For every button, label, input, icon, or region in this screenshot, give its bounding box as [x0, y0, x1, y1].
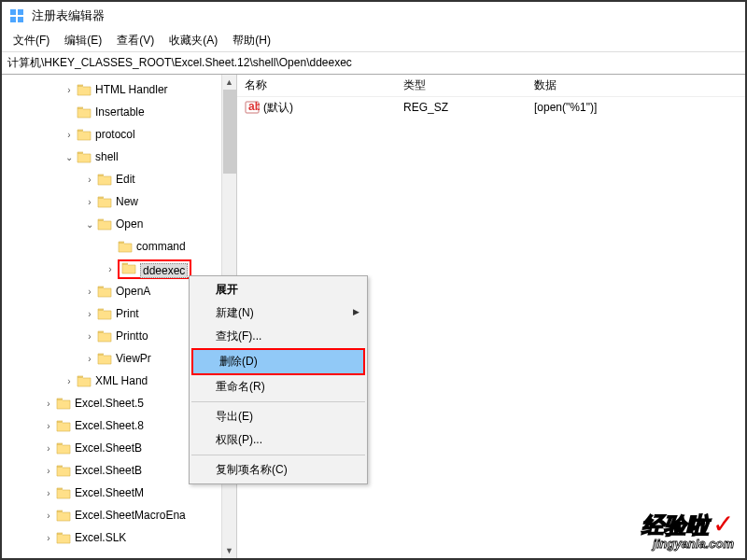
tree-item[interactable]: ›Excel.SheetM [2, 482, 236, 504]
address-text: 计算机\HKEY_CLASSES_ROOT\Excel.Sheet.12\she… [7, 55, 352, 71]
ctx-export[interactable]: 导出(E) [190, 405, 367, 428]
menu-file[interactable]: 文件(F) [6, 31, 57, 50]
ctx-find[interactable]: 查找(F)... [190, 325, 367, 348]
address-bar[interactable]: 计算机\HKEY_CLASSES_ROOT\Excel.Sheet.12\she… [2, 52, 745, 75]
tree-item-label: Excel.SheetB [75, 464, 142, 477]
tree-item-label: Excel.Sheet.5 [75, 397, 144, 410]
ctx-delete[interactable]: 删除(D) [193, 350, 363, 373]
tree-item[interactable]: ›Excel.SheetMacroEna [2, 504, 236, 526]
folder-icon [77, 83, 92, 96]
expand-icon[interactable]: › [41, 421, 56, 431]
col-header-data[interactable]: 数据 [527, 76, 564, 95]
svg-rect-1 [18, 9, 23, 15]
menu-bar: 文件(F) 编辑(E) 查看(V) 收藏夹(A) 帮助(H) [2, 30, 745, 52]
tree-item-label: HTML Handler [95, 83, 168, 96]
svg-text:ab: ab [248, 100, 260, 113]
folder-icon [77, 150, 92, 163]
tree-item-label: Excel.SheetB [75, 441, 142, 455]
ctx-new[interactable]: 新建(N) [190, 301, 367, 325]
expand-icon[interactable]: › [82, 354, 97, 364]
ctx-separator [191, 455, 365, 455]
tree-item-label: Insertable [95, 105, 145, 119]
tree-item[interactable]: ›protocol [2, 123, 236, 146]
svg-rect-2 [10, 17, 16, 22]
menu-favorites[interactable]: 收藏夹(A) [162, 31, 225, 50]
tree-item-label: protocol [95, 128, 135, 141]
folder-icon [97, 217, 112, 231]
col-header-name[interactable]: 名称 [237, 76, 396, 95]
collapse-icon[interactable]: ⌄ [62, 152, 77, 162]
col-header-type[interactable]: 类型 [396, 76, 527, 95]
tree-item-label: Open [116, 217, 143, 231]
expand-icon[interactable]: › [82, 175, 97, 185]
tree-item-label: New [116, 195, 138, 208]
expand-icon[interactable]: › [41, 399, 56, 409]
scroll-down-icon[interactable]: ▼ [222, 543, 236, 558]
expand-icon[interactable]: › [41, 511, 56, 521]
expand-icon[interactable]: › [82, 287, 97, 297]
folder-icon [121, 261, 136, 274]
watermark-text: 经验啦 [641, 512, 709, 538]
folder-icon [97, 352, 112, 365]
context-menu: 展开 新建(N) 查找(F)... 删除(D) 重命名(R) 导出(E) 权限(… [189, 275, 368, 484]
expand-icon[interactable]: › [62, 130, 77, 140]
svg-rect-3 [18, 17, 23, 22]
folder-icon [56, 509, 71, 522]
tree-item[interactable]: ›Excel.SLK [2, 526, 236, 549]
tree-item-label: Excel.Sheet.8 [75, 419, 144, 432]
window-title: 注册表编辑器 [32, 7, 105, 24]
watermark-url: jingyanla.com [641, 537, 734, 551]
expand-icon[interactable]: › [103, 264, 118, 274]
ctx-rename[interactable]: 重命名(R) [190, 375, 367, 399]
folder-icon [56, 486, 71, 499]
expand-icon[interactable]: › [41, 466, 56, 476]
expand-icon[interactable]: › [82, 309, 97, 319]
tree-item-label: OpenA [116, 285, 150, 298]
scroll-thumb[interactable] [223, 90, 236, 174]
folder-icon [77, 374, 92, 387]
folder-icon [56, 441, 71, 455]
folder-icon [118, 240, 133, 253]
folder-icon [77, 105, 92, 119]
scroll-up-icon[interactable]: ▲ [222, 75, 236, 90]
value-type: REG_SZ [396, 101, 527, 114]
tree-item[interactable]: ›HTML Handler [2, 78, 236, 101]
expand-icon[interactable]: › [41, 443, 56, 454]
tree-item-label: shell [95, 150, 119, 163]
expand-icon[interactable]: › [62, 376, 77, 386]
ctx-copy-key-name[interactable]: 复制项名称(C) [190, 458, 367, 482]
folder-icon [56, 397, 71, 410]
expand-icon[interactable]: › [41, 533, 56, 543]
ctx-permissions[interactable]: 权限(P)... [190, 428, 367, 452]
ctx-delete-highlight-box: 删除(D) [191, 348, 365, 375]
tree-item[interactable]: ›Edit [2, 168, 236, 190]
content-area: ›HTML HandlerInsertable›protocol⌄shell›E… [2, 75, 745, 558]
tree-item-label: Excel.SheetM [75, 486, 144, 499]
expand-icon[interactable]: › [82, 197, 97, 207]
expand-icon[interactable]: › [82, 331, 97, 342]
expand-icon[interactable]: › [62, 85, 77, 95]
app-icon [9, 8, 24, 23]
menu-help[interactable]: 帮助(H) [225, 31, 278, 50]
menu-view[interactable]: 查看(V) [109, 31, 162, 50]
folder-icon [56, 419, 71, 432]
string-value-icon: ab [245, 100, 260, 115]
tree-item[interactable]: ⌄shell [2, 146, 236, 168]
folder-icon [97, 329, 112, 343]
tree-item[interactable]: ⌄Open [2, 213, 236, 235]
tree-item[interactable]: Insertable [2, 101, 236, 123]
value-data: [open("%1")] [527, 101, 604, 114]
svg-rect-0 [10, 9, 16, 15]
tree-item-label: Excel.SLK [75, 531, 126, 544]
menu-edit[interactable]: 编辑(E) [57, 31, 109, 50]
tree-item-label: Excel.SheetMacroEna [75, 509, 186, 522]
tree-item-label: Printto [116, 329, 148, 343]
folder-icon [56, 531, 71, 544]
ctx-expand[interactable]: 展开 [190, 278, 367, 301]
expand-icon[interactable]: › [41, 488, 56, 498]
value-row[interactable]: ab (默认) REG_SZ [open("%1")] [237, 97, 745, 118]
tree-item-label: ViewPr [116, 352, 151, 365]
tree-item[interactable]: ›New [2, 190, 236, 213]
tree-item[interactable]: command [2, 235, 236, 258]
collapse-icon[interactable]: ⌄ [82, 219, 97, 230]
